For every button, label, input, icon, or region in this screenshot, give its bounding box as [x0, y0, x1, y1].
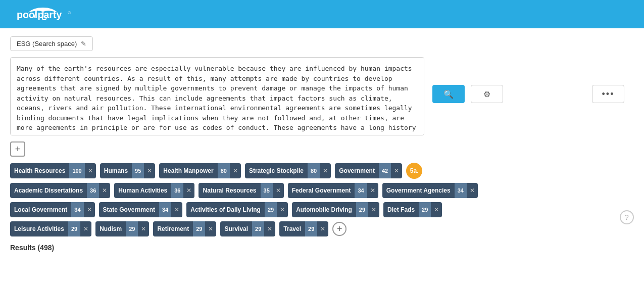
search-button[interactable]: 🔍 [432, 85, 465, 103]
tag-close-government-agencies[interactable]: ✕ [467, 183, 478, 198]
tag-close-activities-daily-living[interactable]: ✕ [277, 202, 288, 217]
more-button[interactable]: ••• [592, 85, 624, 103]
tag-close-state-government[interactable]: ✕ [171, 202, 182, 217]
add-button[interactable]: + [10, 141, 25, 157]
tag-close-automobile-driving[interactable]: ✕ [368, 202, 379, 217]
tag-human-activities: Human Activities 36 ✕ [114, 183, 194, 198]
header: pool / party ® [0, 0, 644, 28]
tag-close-strategic-stockpile[interactable]: ✕ [320, 163, 331, 178]
svg-text:®: ® [68, 11, 71, 15]
tags-section: Health Resources 100 ✕ Humans 95 ✕ Healt… [10, 163, 634, 236]
tag-close-travel[interactable]: ✕ [317, 221, 328, 236]
results-label: Results (498) [10, 244, 634, 252]
gear-icon: ⚙ [483, 89, 490, 99]
tag-travel: Travel 29 ✕ [279, 221, 328, 236]
tag-natural-resources: Natural Resources 35 ✕ [199, 183, 283, 198]
tag-close-diet-fads[interactable]: ✕ [431, 202, 442, 217]
search-space-badge[interactable]: ESG (Search space) ✎ [10, 36, 93, 51]
tag-strategic-stockpile: Strategic Stockpile 80 ✕ [245, 163, 331, 178]
pencil-icon: ✎ [81, 40, 86, 48]
tag-close-leisure-activities[interactable]: ✕ [80, 221, 91, 236]
tag-humans: Humans 95 ✕ [100, 163, 156, 178]
tag-close-human-activities[interactable]: ✕ [183, 183, 194, 198]
search-space-bar: ESG (Search space) ✎ [10, 36, 634, 51]
search-icon: 🔍 [443, 89, 454, 99]
tags-row-4: Leisure Activities 29 ✕ Nudism 29 ✕ Reti… [10, 221, 634, 236]
help-icon[interactable]: ? [620, 210, 634, 224]
logo: pool / party ® [10, 4, 76, 24]
tag-close-humans[interactable]: ✕ [144, 163, 155, 178]
tag-academic-dissertations: Academic Dissertations 36 ✕ [10, 183, 110, 198]
plus-icon: + [15, 144, 21, 155]
tag-close-health-manpower[interactable]: ✕ [230, 163, 241, 178]
tag-diet-fads: Diet Fads 29 ✕ [383, 202, 442, 217]
logo-svg: pool / party ® [10, 4, 76, 24]
tag-close-natural-resources[interactable]: ✕ [273, 183, 284, 198]
tag-close-local-government[interactable]: ✕ [84, 202, 95, 217]
tags-row-1: Health Resources 100 ✕ Humans 95 ✕ Healt… [10, 163, 634, 179]
tag-close-academic-dissertations[interactable]: ✕ [99, 183, 110, 198]
main-textarea[interactable]: Many of the earth's resources are especi… [10, 57, 424, 135]
tag-automobile-driving: Automobile Driving 29 ✕ [292, 202, 379, 217]
tag-survival: Survival 29 ✕ [220, 221, 275, 236]
tag-close-federal-government[interactable]: ✕ [367, 183, 378, 198]
tag-health-resources: Health Resources 100 ✕ [10, 163, 96, 178]
tags-add-button[interactable]: + [332, 222, 346, 236]
tag-nudism: Nudism 29 ✕ [95, 221, 149, 236]
tag-local-government: Local Government 34 ✕ [10, 202, 95, 217]
tag-government: Government 42 ✕ [335, 163, 402, 178]
tag-activities-daily-living: Activities of Daily Living 29 ✕ [186, 202, 288, 217]
more-icon: ••• [602, 89, 615, 100]
tags-row-2: Academic Dissertations 36 ✕ Human Activi… [10, 183, 634, 198]
svg-text:/: / [34, 9, 37, 20]
tag-close-government[interactable]: ✕ [391, 163, 402, 178]
action-buttons-row: 🔍 ⚙ ••• [432, 85, 624, 103]
main-content: ESG (Search space) ✎ Many of the earth's… [0, 28, 644, 285]
tags-row-3: Local Government 34 ✕ State Government 3… [10, 202, 634, 217]
tag-health-manpower: Health Manpower 80 ✕ [159, 163, 241, 178]
tag-close-nudism[interactable]: ✕ [138, 221, 149, 236]
tag-federal-government: Federal Government 34 ✕ [288, 183, 378, 198]
tag-close-retirement[interactable]: ✕ [205, 221, 216, 236]
svg-text:party: party [38, 9, 62, 20]
tag-close-survival[interactable]: ✕ [264, 221, 275, 236]
search-space-label: ESG (Search space) [17, 40, 77, 48]
tag-leisure-activities: Leisure Activities 29 ✕ [10, 221, 91, 236]
text-area-section: Many of the earth's resources are especi… [10, 57, 634, 135]
tag-close-health-resources[interactable]: ✕ [85, 163, 96, 178]
badge-5a[interactable]: 5a. [406, 163, 422, 179]
tag-retirement: Retirement 29 ✕ [153, 221, 216, 236]
tag-state-government: State Government 34 ✕ [99, 202, 183, 217]
gear-button[interactable]: ⚙ [471, 85, 503, 103]
tag-government-agencies: Government Agencies 34 ✕ [382, 183, 478, 198]
